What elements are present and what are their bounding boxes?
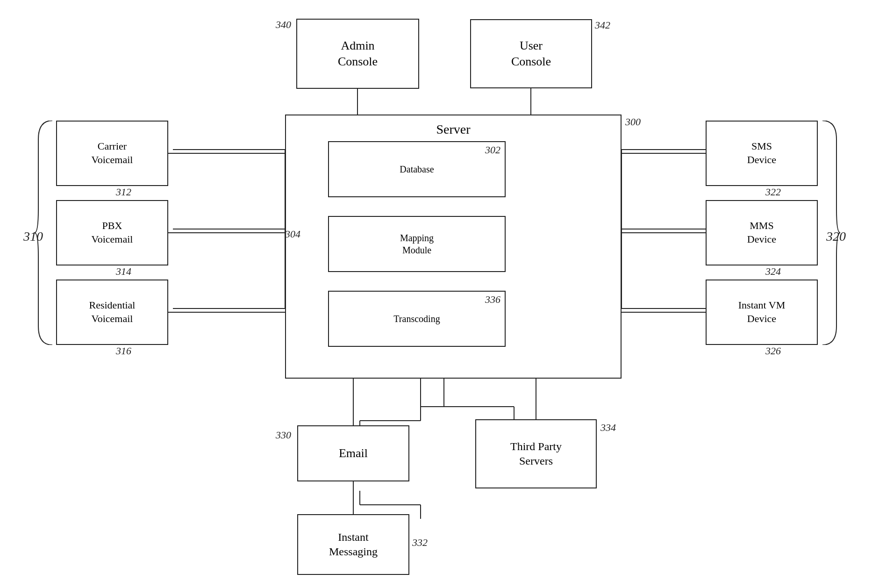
left-curly-brace xyxy=(34,121,57,345)
user-console-box: UserConsole xyxy=(470,19,592,88)
diagram: AdminConsole 340 UserConsole 342 Server … xyxy=(0,0,879,588)
sms-device-label: SMSDevice xyxy=(747,140,776,166)
right-curly-brace xyxy=(818,121,841,345)
residential-voicemail-box: ResidentialVoicemail xyxy=(56,280,168,345)
carrier-voicemail-ref: 312 xyxy=(116,186,131,198)
instant-vm-device-box: Instant VMDevice xyxy=(706,280,818,345)
server-label: Server xyxy=(286,121,621,138)
mms-device-label: MMSDevice xyxy=(747,219,776,246)
instant-vm-device-ref: 326 xyxy=(765,345,781,357)
pbx-voicemail-ref: 314 xyxy=(116,265,131,278)
email-label: Email xyxy=(339,445,368,461)
admin-console-label: AdminConsole xyxy=(338,38,378,70)
email-ref: 330 xyxy=(276,429,291,441)
carrier-voicemail-label: CarrierVoicemail xyxy=(92,140,133,166)
admin-console-ref: 340 xyxy=(276,19,291,31)
user-console-ref: 342 xyxy=(595,19,610,31)
third-party-servers-ref: 334 xyxy=(600,422,616,434)
mapping-module-label: MappingModule xyxy=(400,232,434,256)
sms-device-ref: 322 xyxy=(765,186,781,198)
database-ref: 302 xyxy=(485,144,500,156)
transcoding-label: Transcoding xyxy=(393,313,440,325)
mms-device-box: MMSDevice xyxy=(706,200,818,265)
email-box: Email xyxy=(297,425,409,481)
residential-voicemail-ref: 316 xyxy=(116,345,131,357)
residential-voicemail-label: ResidentialVoicemail xyxy=(89,299,136,325)
third-party-servers-label: Third PartyServers xyxy=(510,439,562,468)
instant-messaging-ref: 332 xyxy=(412,537,428,549)
admin-console-box: AdminConsole xyxy=(296,19,419,89)
pbx-voicemail-box: PBXVoicemail xyxy=(56,200,168,265)
server-ref: 300 xyxy=(625,116,641,128)
user-console-label: UserConsole xyxy=(511,38,551,70)
database-label: Database xyxy=(400,163,434,175)
carrier-voicemail-box: CarrierVoicemail xyxy=(56,121,168,186)
pbx-voicemail-label: PBXVoicemail xyxy=(92,219,133,246)
instant-vm-device-label: Instant VMDevice xyxy=(738,299,785,325)
mms-device-ref: 324 xyxy=(765,265,781,278)
third-party-servers-box: Third PartyServers xyxy=(475,419,597,488)
mapping-module-box: MappingModule xyxy=(328,216,506,272)
database-box: Database xyxy=(328,141,506,197)
sms-device-box: SMSDevice xyxy=(706,121,818,186)
transcoding-ref: 336 xyxy=(485,294,500,306)
mapping-module-ref: 304 xyxy=(285,228,300,240)
instant-messaging-label: InstantMessaging xyxy=(329,530,378,559)
instant-messaging-box: InstantMessaging xyxy=(297,514,409,575)
server-box: Server Database MappingModule Transcodin… xyxy=(285,115,622,379)
transcoding-box: Transcoding xyxy=(328,291,506,347)
